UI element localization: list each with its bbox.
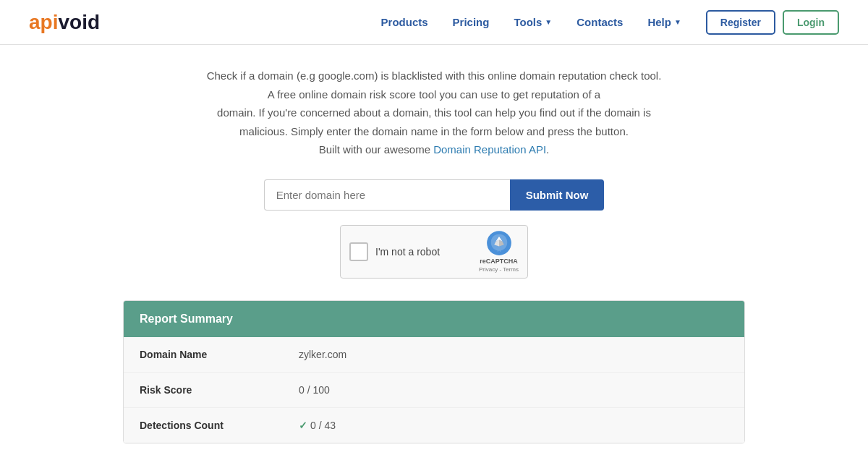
login-button[interactable]: Login [783, 10, 839, 35]
recaptcha-box[interactable]: I'm not a robot reCAPTCHA Privacy - Term… [340, 225, 528, 279]
recaptcha-checkbox[interactable] [349, 242, 368, 261]
risk-score-value: 0 / 100 [299, 384, 330, 396]
domain-search-form: Submit Now [123, 179, 745, 211]
detections-count-label: Detections Count [140, 420, 299, 431]
desc-line2: A free online domain risk score tool you… [123, 85, 745, 104]
report-header: Report Summary [124, 301, 744, 337]
report-header-title: Report Summary [140, 313, 233, 325]
domain-name-value: zylker.com [299, 349, 346, 360]
recaptcha-privacy-links: Privacy - Terms [479, 266, 519, 273]
desc-line4: malicious. Simply enter the domain name … [123, 122, 745, 141]
domain-input[interactable] [264, 179, 510, 211]
logo-void-text: void [58, 11, 100, 34]
desc-line5-prefix: Built with our awesome [319, 143, 433, 156]
help-dropdown-arrow: ▼ [674, 18, 681, 26]
check-icon: ✓ [299, 420, 307, 431]
recaptcha-logo-icon [486, 230, 512, 256]
nav-item-tools[interactable]: Tools ▼ [503, 10, 562, 34]
tools-dropdown-arrow: ▼ [545, 18, 552, 26]
recaptcha-brand: reCAPTCHA [480, 258, 518, 265]
desc-line3: domain. If you're concerned about a doma… [123, 103, 745, 122]
desc-line5-suffix: . [546, 143, 549, 156]
domain-name-label: Domain Name [140, 349, 299, 360]
table-row: Risk Score 0 / 100 [124, 373, 744, 408]
submit-button[interactable]: Submit Now [510, 179, 605, 211]
nav-item-pricing[interactable]: Pricing [443, 10, 500, 34]
desc-line5: Built with our awesome Domain Reputation… [123, 140, 745, 159]
recaptcha-logo-area: reCAPTCHA Privacy - Terms [479, 230, 519, 273]
report-body: Domain Name zylker.com Risk Score 0 / 10… [124, 337, 744, 443]
detections-count-value: ✓0 / 43 [299, 420, 336, 431]
site-logo[interactable]: apivoid [29, 11, 100, 34]
desc-line1: Check if a domain (e.g google.com) is bl… [123, 67, 745, 85]
nav-item-contacts[interactable]: Contacts [566, 10, 633, 34]
header-buttons: Register Login [706, 10, 839, 35]
logo-api-text: api [29, 11, 58, 34]
table-row: Domain Name zylker.com [124, 337, 744, 373]
table-row: Detections Count ✓0 / 43 [124, 408, 744, 443]
register-button[interactable]: Register [706, 10, 775, 35]
nav-item-products[interactable]: Products [371, 10, 438, 34]
risk-score-label: Risk Score [140, 384, 299, 396]
main-nav: Products Pricing Tools ▼ Contacts Help ▼ [371, 10, 692, 34]
report-container: Report Summary Domain Name zylker.com Ri… [123, 300, 745, 443]
api-link[interactable]: Domain Reputation API [433, 143, 546, 156]
page-description: Check if a domain (e.g google.com) is bl… [123, 67, 745, 159]
nav-item-help[interactable]: Help ▼ [637, 10, 691, 34]
recaptcha-wrapper: I'm not a robot reCAPTCHA Privacy - Term… [123, 225, 745, 279]
recaptcha-label: I'm not a robot [375, 246, 472, 258]
